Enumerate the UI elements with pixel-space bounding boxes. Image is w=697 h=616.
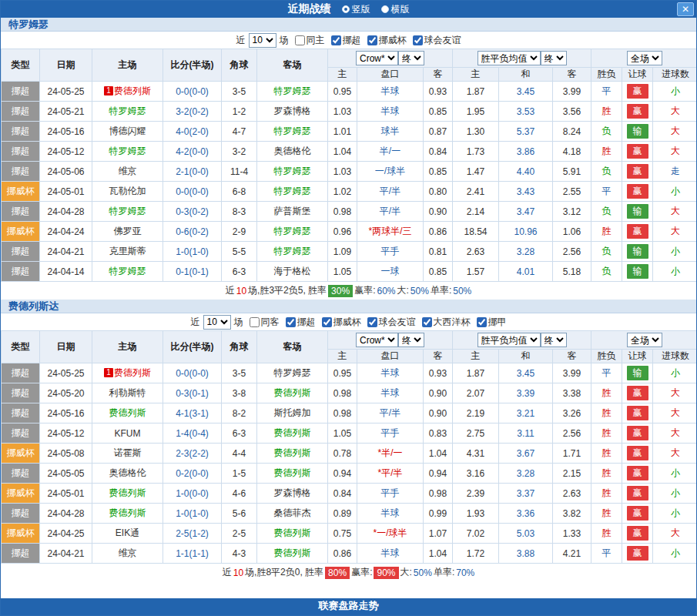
away-team[interactable]: 桑德菲杰	[257, 504, 328, 524]
home-team-name: 博德闪耀	[109, 126, 146, 136]
home-team[interactable]: 佛罗亚	[92, 222, 163, 242]
odds-company-select[interactable]: Crow*	[356, 333, 398, 347]
filter-same-venue-checkbox-input[interactable]	[295, 35, 305, 45]
away-team[interactable]: 罗森博格	[257, 102, 328, 122]
odds-company-select[interactable]: Crow*	[356, 51, 398, 65]
filter-league-checkbox[interactable]: 挪威杯	[364, 34, 407, 47]
home-team[interactable]: 瓦勒伦加	[92, 182, 163, 202]
euro-time-select[interactable]: 终	[541, 51, 567, 65]
home-team[interactable]: 特罗姆瑟	[92, 202, 163, 222]
home-team[interactable]: 博德闪耀	[92, 122, 163, 142]
away-team[interactable]: 费德列斯	[257, 444, 328, 464]
home-team[interactable]: 克里斯蒂	[92, 242, 163, 262]
asian-handicap-line: 平手	[357, 424, 424, 444]
filter-league-checkbox-input[interactable]	[367, 35, 377, 45]
filter-league-checkbox-input[interactable]	[422, 317, 432, 327]
home-team[interactable]: KFUM	[92, 424, 163, 444]
filter-same-venue-checkbox[interactable]: 同客	[246, 316, 280, 329]
home-team[interactable]: 特罗姆瑟	[92, 142, 163, 162]
close-icon[interactable]: ✕	[677, 2, 694, 16]
home-team[interactable]: 维京	[92, 544, 163, 564]
euro-odds-select[interactable]: 胜平负均值	[478, 333, 541, 347]
away-team[interactable]: 特罗姆瑟	[257, 182, 328, 202]
filter-league-checkbox-input[interactable]	[331, 35, 341, 45]
handicap-result-badge: 赢	[627, 426, 648, 440]
filter-league-checkbox-input[interactable]	[367, 317, 377, 327]
recent-count-select[interactable]: 10	[249, 33, 276, 48]
asian-handicap-line: 一球	[357, 262, 424, 282]
odds-time-select[interactable]: 终	[398, 51, 424, 65]
filter-same-venue-checkbox[interactable]: 同主	[292, 34, 325, 47]
home-team[interactable]: 奥德格伦	[92, 464, 163, 484]
away-team[interactable]: 特罗姆瑟	[257, 363, 328, 383]
filter-same-venue-checkbox-input[interactable]	[250, 317, 260, 327]
filter-league-checkbox-input[interactable]	[286, 317, 296, 327]
col-type: 类型	[2, 331, 40, 363]
home-team[interactable]: EIK通	[92, 524, 163, 544]
away-team[interactable]: 斯托姆加	[257, 403, 328, 424]
away-team[interactable]: 萨普斯堡	[257, 202, 328, 222]
home-team[interactable]: 利勒斯特	[92, 383, 163, 403]
scope-select[interactable]: 全场	[627, 51, 662, 65]
summary-segment: 大:	[397, 284, 409, 297]
away-team[interactable]: 特罗姆瑟	[257, 82, 328, 102]
away-team[interactable]: 费德列斯	[257, 524, 328, 544]
filter-league-checkbox-label: 挪甲	[488, 316, 507, 329]
euro-draw-odds: 3.86	[499, 142, 553, 162]
filter-league-checkbox[interactable]: 大西洋杯	[419, 316, 471, 329]
away-team[interactable]: 特罗姆瑟	[257, 122, 328, 142]
filter-league-checkbox[interactable]: 挪超	[328, 34, 361, 47]
summary-segment: 50%	[410, 286, 429, 296]
filter-league-checkbox[interactable]: 挪甲	[474, 316, 507, 329]
away-team[interactable]: 罗森博格	[257, 484, 328, 504]
away-team[interactable]: 费德列斯	[257, 464, 328, 484]
col-date: 日期	[40, 49, 92, 82]
filter-league-checkbox[interactable]: 球会友谊	[364, 316, 416, 329]
away-team-name: 奥德格伦	[274, 146, 311, 156]
layout-vertical-radio[interactable]: 竖版	[342, 3, 370, 16]
home-team[interactable]: 特罗姆瑟	[92, 102, 163, 122]
results-table: 类型日期主场比分(半场)角球客场Crow*终胜平负均值终全场主盘口客主和客胜负让…	[1, 330, 697, 564]
league-type: 挪超	[2, 122, 40, 142]
filter-league-checkbox[interactable]: 挪威杯	[319, 316, 361, 329]
odds-time-select[interactable]: 终	[398, 333, 424, 347]
recent-count-select[interactable]: 10	[203, 315, 231, 330]
filter-league-checkbox-input[interactable]	[477, 317, 487, 327]
away-team-name: 罗森博格	[274, 105, 311, 116]
away-team[interactable]: 特罗姆瑟	[257, 242, 328, 262]
win-draw-loss: 平	[591, 182, 622, 202]
euro-away-odds: 2.63	[553, 484, 591, 504]
home-team[interactable]: 费德列斯	[92, 403, 163, 424]
home-team[interactable]: 1费德列斯	[92, 363, 163, 383]
away-team[interactable]: 海于格松	[257, 262, 328, 282]
away-team[interactable]: 特罗姆瑟	[257, 162, 328, 182]
asian-away-odds: 1.04	[424, 444, 453, 464]
euro-time-select[interactable]: 终	[541, 333, 567, 347]
home-team[interactable]: 1费德列斯	[92, 82, 163, 102]
away-team[interactable]: 奥德格伦	[257, 142, 328, 162]
euro-odds-select[interactable]: 胜平负均值	[478, 51, 541, 65]
filter-league-checkbox[interactable]: 挪超	[283, 316, 316, 329]
home-team[interactable]: 费德列斯	[92, 504, 163, 524]
filter-league-checkbox-input[interactable]	[413, 35, 423, 45]
away-team[interactable]: 费德列斯	[257, 383, 328, 403]
table-row: 挪超24-05-21特罗姆瑟3-2(0-2)1-2罗森博格1.03半球0.851…	[2, 102, 697, 122]
home-team[interactable]: 维京	[92, 162, 163, 182]
away-team-name: 特罗姆瑟	[274, 246, 311, 256]
layout-horizontal-radio[interactable]: 横版	[381, 3, 410, 16]
handicap-result-badge: 赢	[627, 466, 648, 480]
table-row: 挪威杯24-04-25EIK通2-5(1-2)2-5费德列斯0.75*一/球半1…	[2, 524, 697, 544]
away-team[interactable]: 费德列斯	[257, 544, 328, 564]
filter-league-checkbox-input[interactable]	[322, 317, 332, 327]
home-team[interactable]: 特罗姆瑟	[92, 262, 163, 282]
away-team[interactable]: 费德列斯	[257, 424, 328, 444]
corners: 4-7	[222, 122, 257, 142]
euro-home-odds: 2.14	[453, 202, 499, 222]
scope-select[interactable]: 全场	[627, 333, 662, 347]
col-home: 主场	[92, 49, 163, 82]
home-team[interactable]: 诺霍斯	[92, 444, 163, 464]
filter-league-checkbox[interactable]: 球会友谊	[410, 34, 461, 47]
home-team[interactable]: 费德列斯	[92, 484, 163, 504]
away-team[interactable]: 特罗姆瑟	[257, 222, 328, 242]
col-result: 胜负	[591, 350, 622, 363]
